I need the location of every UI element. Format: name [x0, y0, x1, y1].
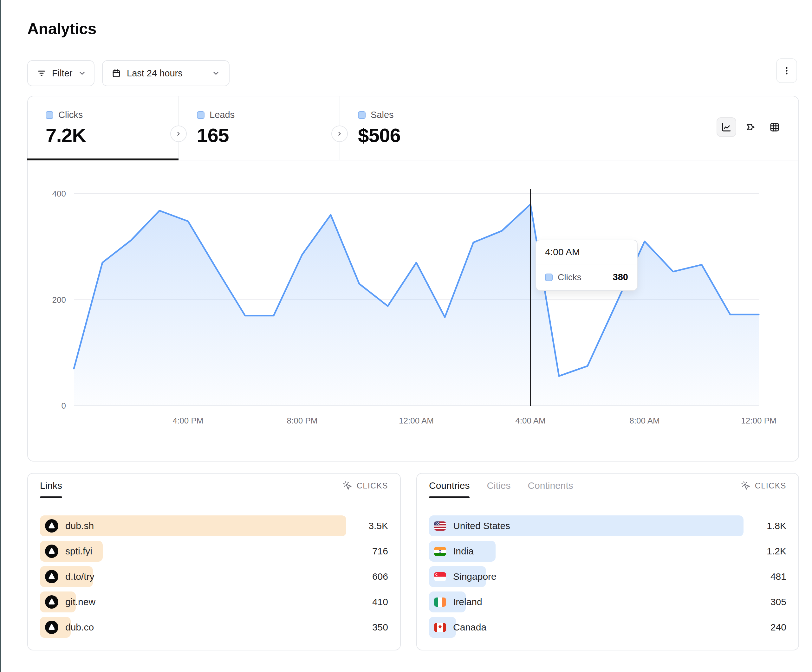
more-options-button[interactable] [776, 58, 797, 83]
list-item[interactable]: Singapore481 [429, 566, 786, 587]
links-metric-header[interactable]: CLICKS [343, 481, 388, 490]
table-grid-icon [769, 122, 780, 132]
item-value: 410 [372, 592, 388, 612]
line-chart-toggle[interactable] [716, 117, 736, 137]
item-label: Canada [453, 622, 486, 633]
filter-icon [37, 68, 46, 78]
ireland-flag-icon [434, 597, 446, 607]
links-panel-header: Links CLICKS [28, 474, 400, 498]
tab-countries[interactable]: Countries [429, 474, 469, 498]
date-range-label: Last 24 hours [127, 68, 183, 78]
dub-logo-icon [45, 621, 58, 634]
item-value: 606 [372, 566, 388, 587]
x-axis-label: 12:00 PM [741, 416, 776, 425]
dub-logo-icon [45, 519, 58, 532]
chart-view-toggles [716, 117, 785, 137]
singapore-flag-icon [434, 572, 446, 582]
stat-value: $506 [358, 124, 505, 147]
item-value: 481 [771, 566, 786, 587]
page-title: Analytics [27, 20, 96, 38]
dub-logo-icon [45, 544, 58, 558]
area-fill [74, 205, 759, 406]
cursor-click-icon [741, 481, 751, 490]
countries-panel: CountriesCitiesContinents CLICKS United … [416, 473, 799, 650]
stat-label: Leads [210, 110, 235, 120]
funnel-chart-icon [745, 122, 756, 132]
countries-list: United States1.8KIndia1.2KSingapore481Ir… [429, 515, 786, 642]
list-item[interactable]: India1.2K [429, 541, 786, 562]
item-value: 716 [372, 541, 388, 562]
list-item[interactable]: d.to/try606 [40, 566, 388, 587]
item-label: d.to/try [65, 571, 94, 582]
x-axis-label: 8:00 AM [629, 416, 660, 425]
countries-panel-header: CountriesCitiesContinents CLICKS [417, 474, 798, 498]
item-value: 3.5K [368, 515, 388, 536]
tooltip-legend-swatch [545, 273, 553, 281]
chevron-right-icon [336, 131, 343, 137]
chart-canvas[interactable]: 02004004:00 PM8:00 PM12:00 AM4:00 AM8:00… [28, 160, 798, 461]
window-edge-strip [0, 0, 1, 672]
list-item[interactable]: dub.co350 [40, 617, 388, 638]
stat-label: Sales [371, 110, 394, 120]
list-item[interactable]: spti.fyi716 [40, 541, 388, 562]
funnel-chart-toggle[interactable] [741, 117, 760, 137]
stat-tab-leads[interactable]: Leads 165 [179, 96, 339, 160]
item-value: 1.8K [767, 515, 786, 536]
tab-cities[interactable]: Cities [487, 474, 510, 498]
chevron-down-icon [212, 69, 220, 77]
metric-label: CLICKS [755, 481, 786, 490]
dub-logo-icon [45, 570, 58, 583]
filter-button-label: Filter [52, 68, 72, 78]
list-item[interactable]: United States1.8K [429, 515, 786, 536]
india-flag-icon [434, 547, 446, 556]
item-label: Singapore [453, 571, 496, 582]
stat-label: Clicks [58, 110, 83, 120]
expand-clicks-button[interactable] [170, 126, 187, 142]
stat-value: 7.2K [46, 124, 179, 147]
list-item[interactable]: Ireland305 [429, 592, 786, 612]
cursor-click-icon [343, 481, 352, 490]
canada-flag-icon [434, 623, 446, 632]
filter-button[interactable]: Filter [27, 60, 94, 86]
us-flag-icon [434, 522, 446, 530]
tooltip-value: 380 [613, 272, 628, 282]
list-item[interactable]: dub.sh3.5K [40, 515, 388, 536]
chevron-right-icon [175, 131, 182, 137]
item-label: git.new [65, 597, 96, 607]
y-axis-label: 200 [52, 295, 66, 305]
stat-tab-sales[interactable]: Sales $506 [339, 96, 505, 160]
dub-logo-icon [45, 595, 58, 609]
calendar-icon [112, 68, 121, 78]
item-value: 305 [771, 592, 786, 612]
stat-tab-clicks[interactable]: Clicks 7.2K [28, 96, 179, 160]
y-axis-label: 400 [52, 189, 66, 198]
clicks-area-chart[interactable]: 02004004:00 PM8:00 PM12:00 AM4:00 AM8:00… [28, 160, 798, 461]
chart-tooltip: 4:00 AM Clicks 380 [536, 240, 638, 291]
list-item[interactable]: git.new410 [40, 592, 388, 612]
countries-metric-header[interactable]: CLICKS [741, 481, 786, 490]
item-value: 1.2K [767, 541, 786, 562]
stat-tabs-row: Clicks 7.2K Leads 165 Sales $506 [28, 96, 798, 160]
leads-legend-swatch [197, 111, 205, 119]
tab-links[interactable]: Links [40, 474, 62, 498]
tooltip-time: 4:00 AM [536, 240, 637, 264]
x-axis-label: 4:00 PM [173, 416, 203, 425]
item-label: India [453, 546, 474, 557]
date-range-button[interactable]: Last 24 hours [102, 60, 230, 86]
item-label: Ireland [453, 597, 482, 607]
item-label: United States [453, 520, 510, 531]
table-view-toggle[interactable] [765, 117, 785, 137]
item-label: spti.fyi [65, 546, 92, 557]
kebab-menu-icon [782, 66, 792, 75]
item-value: 350 [372, 617, 388, 638]
list-item[interactable]: Canada240 [429, 617, 786, 638]
expand-leads-button[interactable] [331, 126, 348, 142]
chevron-down-icon [78, 69, 86, 77]
sales-legend-swatch [358, 111, 365, 119]
x-axis-label: 8:00 PM [287, 416, 318, 425]
tab-continents[interactable]: Continents [527, 474, 573, 498]
tooltip-series-label: Clicks [558, 272, 582, 282]
x-axis-label: 4:00 AM [515, 416, 545, 425]
metric-label: CLICKS [357, 481, 388, 490]
line-chart-icon [721, 122, 732, 132]
